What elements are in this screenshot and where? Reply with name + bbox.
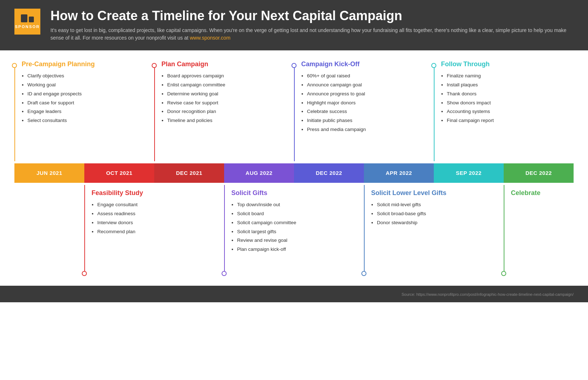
items-solicit: Top down/inside out Solicit board Solici…: [231, 200, 362, 254]
list-item: Announce campaign goal: [307, 81, 432, 90]
list-item: Draft case for support: [27, 99, 152, 108]
items-pre: Clarify objectives Working goal ID and e…: [22, 72, 152, 126]
list-item: Engage consultant: [97, 200, 222, 209]
list-item: Highlight major donors: [307, 99, 432, 108]
page-title: How to Create a Timeline for Your Next C…: [50, 9, 574, 23]
dot-feasibility-bottom: [82, 271, 87, 276]
list-item: Show donors impact: [447, 99, 571, 108]
footer-source: Source: https://www.nonprofitpro.com/pos…: [402, 292, 574, 297]
logo-square-large: [21, 14, 27, 22]
dot-solicit-bottom: [222, 271, 227, 276]
list-item: Announce progress to goal: [307, 90, 432, 99]
top-kickoff: Campaign Kick-Off 60%+ of goal raised An…: [294, 60, 434, 161]
date-4: DEC 2022: [294, 163, 364, 183]
bottom-feasibility: Feasibility Study Engage consultant Asse…: [84, 185, 224, 279]
list-item: Select consultants: [27, 116, 152, 125]
top-plan-campaign: Plan Campaign Board approves campaign En…: [154, 60, 294, 161]
title-kickoff: Campaign Kick-Off: [301, 60, 432, 68]
bottom-solicit-lower: Solicit Lower Level Gifts Solicit mid-le…: [364, 185, 504, 279]
list-item: ID and engage prospects: [27, 90, 152, 99]
content-area: Pre-Campaign Planning Clarify objectives…: [0, 50, 588, 279]
title-pre: Pre-Campaign Planning: [22, 60, 152, 68]
list-item: Assess readiness: [97, 209, 222, 218]
top-pre-campaign: Pre-Campaign Planning Clarify objectives…: [14, 60, 154, 161]
date-3: AUG 2022: [224, 163, 294, 183]
list-item: Revise case for support: [167, 99, 292, 108]
bottom-phases-grid: Feasibility Study Engage consultant Asse…: [14, 185, 574, 279]
list-item: Celebrate success: [307, 107, 432, 116]
list-item: Initiate public phases: [307, 116, 432, 125]
dot-pre-top: [12, 63, 17, 68]
list-item: Enlist campaign committee: [167, 81, 292, 90]
list-item: Solicit campaign committee: [237, 218, 362, 227]
date-5: APR 2022: [364, 163, 434, 183]
dot-lower-bottom: [361, 271, 366, 276]
subtitle-text: It's easy to get lost in big, complicate…: [50, 27, 566, 41]
vline-kickoff: [294, 65, 295, 161]
items-follow: Finalize naming Install plaques Thank do…: [441, 72, 571, 126]
header-subtitle: It's easy to get lost in big, complicate…: [50, 27, 574, 42]
logo-label: SPONSOR: [15, 24, 40, 29]
list-item: Finalize naming: [447, 72, 571, 81]
logo-square-small: [29, 17, 34, 22]
list-item: Solicit broad-base gifts: [377, 209, 502, 218]
title-solicit: Solicit Gifts: [231, 185, 362, 197]
logo: SPONSOR: [14, 9, 40, 35]
list-item: Recommend plan: [97, 227, 222, 236]
list-item: Working goal: [27, 81, 152, 90]
list-item: Press and media campaign: [307, 125, 432, 134]
list-item: Plan campaign kick-off: [237, 245, 362, 254]
list-item: Engage leaders: [27, 107, 152, 116]
vline-follow: [434, 65, 435, 161]
title-feasibility: Feasibility Study: [92, 185, 222, 197]
list-item: Board approves campaign: [167, 72, 292, 81]
items-kickoff: 60%+ of goal raised Announce campaign go…: [301, 72, 432, 135]
dot-celebrate-bottom: [501, 271, 506, 276]
list-item: Donor stewardship: [377, 218, 502, 227]
list-item: 60%+ of goal raised: [307, 72, 432, 81]
items-plan: Board approves campaign Enlist campaign …: [161, 72, 292, 126]
title-follow: Follow Through: [441, 60, 571, 68]
subtitle-link[interactable]: www.sponsor.com: [190, 35, 231, 41]
title-celebrate: Celebrate: [511, 185, 571, 197]
list-item: Timeline and policies: [167, 116, 292, 125]
top-phases-grid: Pre-Campaign Planning Clarify objectives…: [14, 60, 574, 161]
list-item: Thank donors: [447, 90, 571, 99]
list-item: Determine working goal: [167, 90, 292, 99]
list-item: Top down/inside out: [237, 200, 362, 209]
list-item: Interview donors: [97, 218, 222, 227]
dot-follow-top: [431, 63, 436, 68]
title-lower: Solicit Lower Level Gifts: [371, 185, 502, 197]
timeline-dates: JUN 2021 OCT 2021 DEC 2021 AUG 2022 DEC …: [14, 163, 574, 183]
items-lower: Solicit mid-level gifts Solicit broad-ba…: [371, 200, 502, 227]
list-item: Accounting systems: [447, 107, 571, 116]
vline-plan: [154, 65, 155, 161]
bottom-solicit-gifts: Solicit Gifts Top down/inside out Solici…: [224, 185, 364, 279]
date-0: JUN 2021: [14, 163, 84, 183]
list-item: Review and revise goal: [237, 236, 362, 245]
title-plan: Plan Campaign: [161, 60, 292, 68]
list-item: Solicit largest gifts: [237, 227, 362, 236]
bottom-empty-1: [14, 185, 84, 279]
list-item: Solicit board: [237, 209, 362, 218]
logo-icon: [21, 14, 34, 22]
header-text-block: How to Create a Timeline for Your Next C…: [50, 9, 574, 42]
vline-pre: [14, 65, 15, 161]
vline-lower: [364, 185, 365, 273]
bottom-celebrate: Celebrate: [504, 185, 574, 279]
dot-plan-top: [152, 63, 157, 68]
header: SPONSOR How to Create a Timeline for You…: [0, 0, 588, 50]
date-6: SEP 2022: [434, 163, 504, 183]
items-feasibility: Engage consultant Assess readiness Inter…: [92, 200, 222, 236]
vline-solicit: [224, 185, 225, 273]
list-item: Donor recognition plan: [167, 107, 292, 116]
vline-celebrate: [504, 185, 504, 273]
list-item: Clarify objectives: [27, 72, 152, 81]
vline-feasibility: [84, 185, 85, 273]
list-item: Final campaign report: [447, 116, 571, 125]
list-item: Install plaques: [447, 81, 571, 90]
top-follow-through: Follow Through Finalize naming Install p…: [434, 60, 574, 161]
date-7: DEC 2022: [504, 163, 574, 183]
date-2: DEC 2021: [154, 163, 224, 183]
footer: Source: https://www.nonprofitpro.com/pos…: [0, 286, 588, 302]
